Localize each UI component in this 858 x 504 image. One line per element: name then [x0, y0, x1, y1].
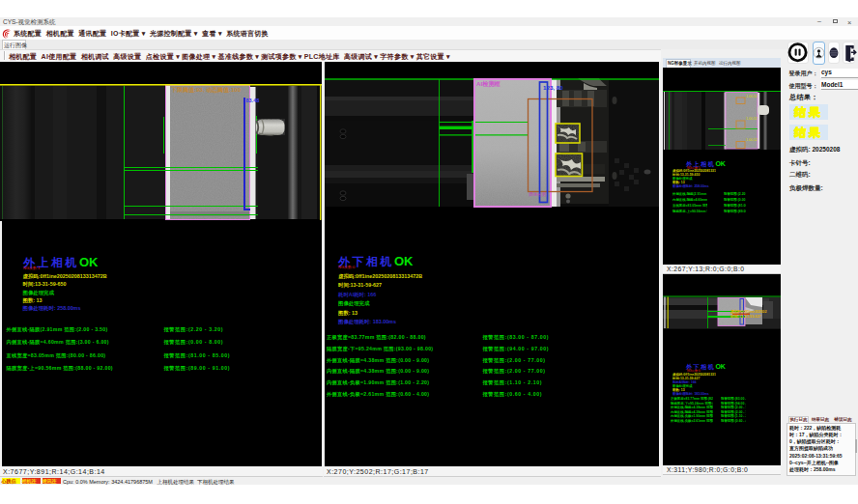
svg-text:1.00,52: 1.00,52 [746, 138, 758, 142]
svg-text:83.48: 83.48 [246, 98, 260, 103]
svg-text:AI检测框: AI检测框 [476, 80, 501, 88]
svg-text:1.00,52: 1.00,52 [746, 117, 758, 121]
svg-text:虚拟码:0ff1ine202502: 虚拟码:0ff1ine202502 [729, 309, 767, 314]
svg-text:焊缝检测: 焊缝检测 [529, 191, 547, 197]
svg-text:1.00,52: 1.00,52 [746, 95, 758, 98]
svg-text:时间:13-31-59-627: 时间:13-31-59-627 [730, 314, 761, 319]
svg-text:123, 80: 123, 80 [543, 84, 563, 91]
svg-text:下限阈值:93, 动态阈值:100: 下限阈值:93, 动态阈值:100 [170, 86, 242, 94]
